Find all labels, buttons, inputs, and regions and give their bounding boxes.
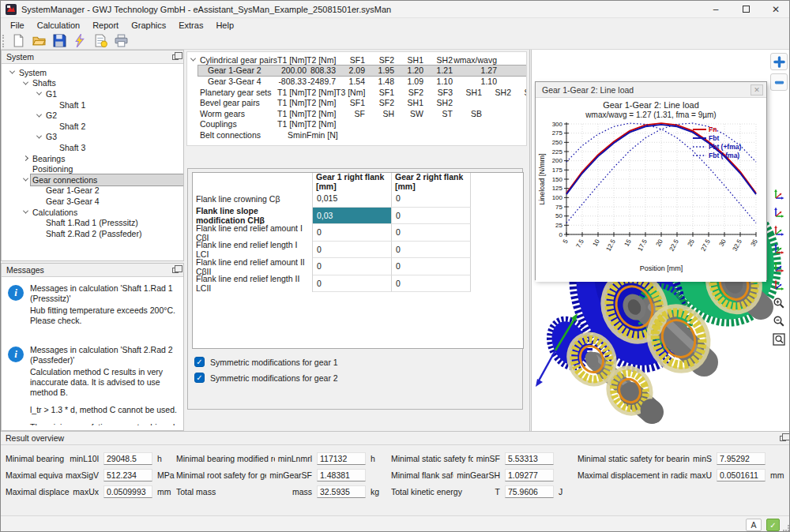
tree-expander-icon[interactable] xyxy=(20,178,31,182)
tree-item[interactable]: Gear 1-Gear 2 xyxy=(2,185,183,197)
result-field-value[interactable]: 29048.5 xyxy=(103,452,152,465)
menu-item-graphics[interactable]: Graphics xyxy=(125,19,172,32)
gear-table-cell: SF1 xyxy=(336,98,365,107)
result-field-symbol: minLnmrl xyxy=(278,454,312,463)
save-icon[interactable] xyxy=(50,33,69,49)
tree-item[interactable]: Gear 3-Gear 4 xyxy=(2,196,183,207)
gear-table-row-label: Planetary gear sets xyxy=(198,88,277,97)
gear-table-row[interactable]: Gear 1-Gear 2 200.00808.332.091.951.201.… xyxy=(187,66,526,77)
checkbox-icon[interactable]: ✓ xyxy=(194,357,205,367)
chart-window-close-button[interactable]: ✕ xyxy=(750,84,763,96)
new-document-icon[interactable] xyxy=(9,33,28,49)
menu-item-calculation[interactable]: Calculation xyxy=(31,19,86,32)
print-icon[interactable] xyxy=(111,33,130,49)
mod-value-cell-gear2[interactable]: 0 xyxy=(392,224,471,242)
result-field-value[interactable]: 0.0501611 xyxy=(717,469,766,481)
gear-table-row[interactable]: Planetary gear sets T1 [Nm]T2 [Nm]T3 [Nm… xyxy=(187,87,526,98)
new-report-icon[interactable] xyxy=(91,33,110,49)
result-field-value[interactable]: 32.5935 xyxy=(317,485,366,498)
tree-item[interactable]: G3 xyxy=(2,132,183,143)
gear-table-row[interactable]: Worm gears T1 [Nm]T2 [Nm]SFSHSWSTSB xyxy=(187,108,526,119)
tree-expander-icon[interactable] xyxy=(33,135,44,139)
minimize-button[interactable]: – xyxy=(701,1,731,17)
menu-item-file[interactable]: File xyxy=(4,19,31,32)
result-field-value[interactable]: 7.95292 xyxy=(717,452,766,465)
result-field-value[interactable]: 5.53313 xyxy=(505,452,554,465)
gear-table-row[interactable]: Bevel gear pairs T1 [Nm]T2 [Nm]SF1SF2SH1… xyxy=(187,97,526,108)
tree-expander-icon[interactable] xyxy=(20,156,31,160)
mod-value-cell-gear2[interactable]: 0 xyxy=(392,208,471,225)
tree-item[interactable]: Bearings xyxy=(2,153,183,164)
view-axis-1-button[interactable] xyxy=(772,187,786,200)
svg-text:175: 175 xyxy=(552,167,563,174)
gear-table-row[interactable]: Cylindrical gear pairs T1 [Nm]T2 [Nm]SF1… xyxy=(187,54,526,66)
gear-table-row[interactable]: Couplings T1 [Nm]T2 [Nm] xyxy=(187,119,526,130)
open-file-icon[interactable] xyxy=(29,33,48,49)
tree-item[interactable]: G2 xyxy=(2,110,183,121)
result-field-value[interactable]: 117132 xyxy=(317,452,366,465)
tree-item[interactable]: Shaft 1 xyxy=(2,99,183,111)
status-a-button[interactable]: A xyxy=(746,519,762,531)
checkbox-row[interactable]: ✓ Symmetric modifications for gear 1 xyxy=(194,357,338,367)
view-axis-3-button[interactable] xyxy=(772,223,786,237)
mod-value-cell-gear2[interactable]: 0 xyxy=(392,242,471,259)
result-field-value[interactable]: 75.9606 xyxy=(505,485,554,498)
chart-window-titlebar[interactable]: Gear 1-Gear 2: Line load ✕ xyxy=(536,82,766,98)
result-field-value[interactable]: 1.09277 xyxy=(505,469,554,481)
view-axis-2-button[interactable] xyxy=(772,205,786,219)
gear-table-row[interactable]: Gear 3-Gear 4 -808.33-2489.71.541.481.09… xyxy=(187,76,526,87)
tree-item[interactable]: Calculations xyxy=(2,207,183,218)
result-field: Maximal displacement in radial direction… xyxy=(577,467,786,483)
chart-window[interactable]: Gear 1-Gear 2: Line load ✕ Gear 1-Gear 2… xyxy=(535,81,767,280)
view-axis-4-button[interactable] xyxy=(772,242,786,255)
tree-expander-icon[interactable] xyxy=(20,81,31,85)
view-axis-5-button[interactable] xyxy=(772,260,786,273)
mod-value-cell-gear1[interactable]: 0 xyxy=(313,224,392,242)
result-field-value[interactable]: 1.48381 xyxy=(317,469,366,481)
undock-panel-icon[interactable] xyxy=(172,268,179,273)
menu-item-extras[interactable]: Extras xyxy=(172,19,209,32)
tree-expander-icon[interactable] xyxy=(20,210,31,214)
mod-value-cell-gear1[interactable]: 0 xyxy=(313,258,392,275)
tree-item[interactable]: Shaft 2.Rad 2 (Passfeder) xyxy=(2,228,183,239)
mod-value-cell-gear2[interactable]: 0 xyxy=(392,275,471,293)
tree-item[interactable]: Shaft 2 xyxy=(2,121,183,132)
tree-item[interactable]: Positioning xyxy=(2,163,183,174)
undock-panel-icon[interactable] xyxy=(172,54,179,60)
result-field-value[interactable]: 512.234 xyxy=(103,469,152,481)
tree-item[interactable]: G1 xyxy=(2,88,183,99)
gear-table-row[interactable]: Belt connections SminFmin [N] xyxy=(187,129,526,140)
tree-item[interactable]: Shafts xyxy=(2,78,183,89)
resize-grip[interactable] xyxy=(783,525,789,531)
tree-item[interactable]: System xyxy=(2,67,183,78)
result-field-value[interactable]: 0.0509993 xyxy=(103,485,152,498)
tree-item[interactable]: Shaft 3 xyxy=(2,142,183,153)
close-button[interactable]: ✕ xyxy=(761,1,790,17)
zoom-out-button[interactable] xyxy=(770,73,788,91)
mod-value-cell-gear1[interactable]: 0,03 xyxy=(313,208,392,225)
checkbox-row[interactable]: ✓ Symmetric modifications for gear 2 xyxy=(194,373,338,383)
mod-value-cell-gear2[interactable]: 0 xyxy=(392,258,471,275)
mod-value-cell-gear2[interactable]: 0 xyxy=(392,190,471,208)
zoom-in-button[interactable] xyxy=(770,53,788,70)
tree-expander-icon[interactable] xyxy=(33,92,44,96)
undock-panel-icon[interactable] xyxy=(780,436,786,441)
tree-item[interactable]: Shaft 1.Rad 1 (Presssitz) xyxy=(2,217,183,228)
tree-item[interactable]: Gear connections xyxy=(2,174,183,185)
checkbox-icon[interactable]: ✓ xyxy=(194,373,205,383)
view-axis-6-button[interactable] xyxy=(772,278,786,291)
mod-value-cell-gear1[interactable]: 0 xyxy=(313,275,392,293)
zoom-to-window-button[interactable] xyxy=(772,332,786,346)
menu-item-help[interactable]: Help xyxy=(209,19,240,32)
magnify-in-button[interactable] xyxy=(772,296,786,309)
mod-value-cell-gear1[interactable]: 0,015 xyxy=(313,190,392,208)
calculate-icon[interactable] xyxy=(70,33,89,49)
table-expander-icon[interactable] xyxy=(187,58,198,62)
mod-value-cell-gear1[interactable]: 0 xyxy=(313,242,392,259)
status-check-button[interactable]: ✓ xyxy=(766,519,780,531)
tree-expander-icon[interactable] xyxy=(33,114,44,118)
maximize-button[interactable] xyxy=(731,1,761,17)
menu-item-report[interactable]: Report xyxy=(86,19,125,32)
magnify-out-button[interactable] xyxy=(772,314,786,328)
tree-expander-icon[interactable] xyxy=(6,70,17,74)
